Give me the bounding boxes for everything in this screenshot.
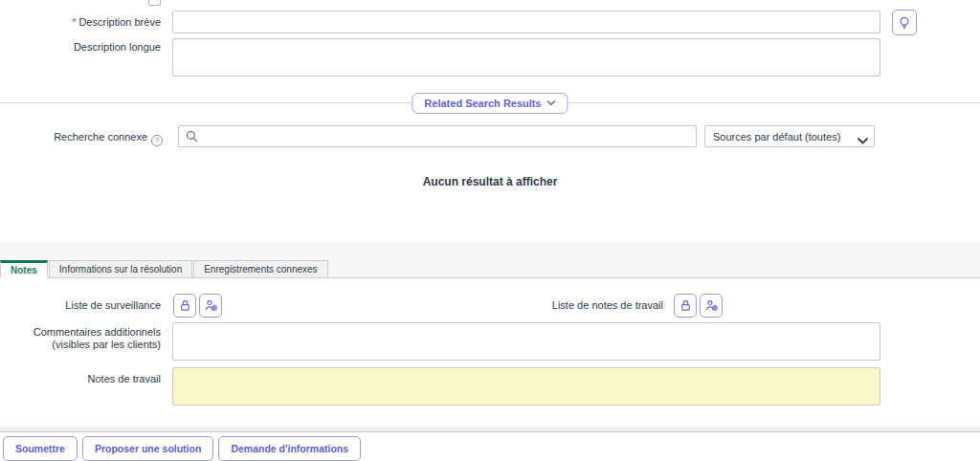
submit-button[interactable]: Soumettre xyxy=(3,436,78,461)
footer-divider xyxy=(0,427,980,432)
short-description-input[interactable] xyxy=(172,11,880,33)
additional-comments-textarea[interactable] xyxy=(172,322,880,361)
lock-icon xyxy=(178,298,192,313)
short-description-label: *Description brève xyxy=(0,16,167,29)
propose-solution-button[interactable]: Proposer une solution xyxy=(82,436,213,461)
long-description-label: Description longue xyxy=(0,41,167,54)
footer-actions: Soumettre Proposer une solution Demande … xyxy=(3,436,361,461)
lock-icon xyxy=(679,298,693,313)
related-search-label: Recherche connexe? xyxy=(0,131,167,146)
related-search-field xyxy=(178,125,697,147)
work-notes-list-add-user-button[interactable] xyxy=(700,294,723,318)
tab-related-records[interactable]: Enregistrements connexes xyxy=(193,260,327,278)
help-circle-icon[interactable]: ? xyxy=(151,135,163,146)
related-search-results-toggle[interactable]: Related Search Results xyxy=(412,93,568,114)
tab-strip: Notes Informations sur la résolution Enr… xyxy=(0,260,329,278)
chevron-down-icon xyxy=(547,100,556,106)
request-information-button[interactable]: Demande d'informations xyxy=(218,436,361,461)
tab-notes[interactable]: Notes xyxy=(0,260,48,278)
add-user-icon xyxy=(704,298,719,313)
incident-form: *Description brève Description longue Re… xyxy=(0,0,980,461)
related-search-input[interactable] xyxy=(178,125,697,147)
lightbulb-icon xyxy=(897,15,912,31)
long-description-textarea[interactable] xyxy=(172,38,880,77)
no-results-message: Aucun résultat à afficher xyxy=(0,175,980,188)
watch-list-label: Liste de surveillance xyxy=(0,299,167,312)
watch-list-add-user-button[interactable] xyxy=(199,294,222,318)
sources-select[interactable]: Sources par défaut (toutes) xyxy=(704,125,875,147)
tab-resolution-information[interactable]: Informations sur la résolution xyxy=(49,260,192,278)
work-notes-label: Notes de travail xyxy=(0,373,167,385)
sources-select-wrap: Sources par défaut (toutes) xyxy=(704,125,875,147)
work-notes-list-lock-button[interactable] xyxy=(674,294,697,318)
work-notes-textarea[interactable] xyxy=(172,367,880,406)
add-user-icon xyxy=(204,298,218,313)
watch-list-lock-button[interactable] xyxy=(173,294,196,318)
required-asterisk: * xyxy=(72,16,76,28)
suggestion-button[interactable] xyxy=(892,10,917,35)
additional-comments-label: Commentaires additionnels (visibles par … xyxy=(0,326,167,351)
clipped-checkbox[interactable] xyxy=(148,0,161,6)
work-notes-list-label: Liste de notes de travail xyxy=(488,299,670,312)
